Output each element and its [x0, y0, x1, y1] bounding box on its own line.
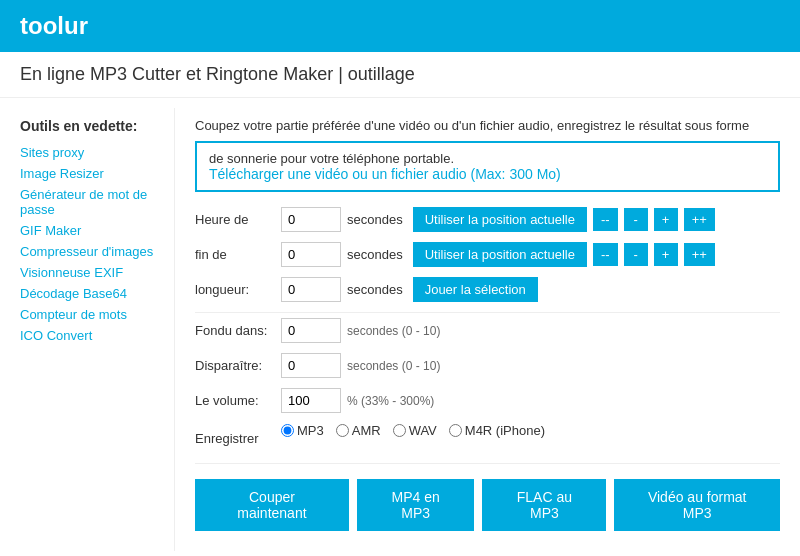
app-logo: toolur [20, 12, 88, 39]
disparaitre-input[interactable] [281, 353, 341, 378]
format-m4r-radio[interactable] [449, 424, 462, 437]
flac-au-mp3-button[interactable]: FLAC au MP3 [482, 479, 606, 531]
longueur-input[interactable] [281, 277, 341, 302]
minus-minus-button-2[interactable]: -- [593, 243, 618, 266]
plus-plus-button-2[interactable]: ++ [684, 243, 715, 266]
sidebar-item-generateur[interactable]: Générateur de mot de passe [20, 184, 154, 220]
volume-input[interactable] [281, 388, 341, 413]
sidebar: Outils en vedette: Sites proxy Image Res… [0, 108, 175, 551]
page-title: En ligne MP3 Cutter et Ringtone Maker | … [0, 52, 800, 98]
description-line1: Coupez votre partie préférée d'une vidéo… [195, 118, 780, 133]
fondu-dans-input[interactable] [281, 318, 341, 343]
heure-de-unit: secondes [347, 212, 403, 227]
fin-de-label: fin de [195, 247, 275, 262]
upload-area[interactable]: de sonnerie pour votre téléphone portabl… [195, 141, 780, 192]
description-line2: de sonnerie pour votre téléphone portabl… [209, 151, 454, 166]
jouer-selection-button[interactable]: Jouer la sélection [413, 277, 538, 302]
enregistrer-label: Enregistrer [195, 431, 275, 446]
format-m4r-text: M4R (iPhone) [465, 423, 545, 438]
video-au-format-mp3-button[interactable]: Vidéo au format MP3 [614, 479, 780, 531]
volume-range: % (33% - 300%) [347, 394, 434, 408]
fin-de-input[interactable] [281, 242, 341, 267]
format-wav-radio[interactable] [393, 424, 406, 437]
fin-de-row: fin de secondes Utiliser la position act… [195, 242, 780, 267]
longueur-row: longueur: secondes Jouer la sélection [195, 277, 780, 302]
sidebar-item-compresseur[interactable]: Compresseur d'images [20, 241, 154, 262]
minus-button-2[interactable]: - [624, 243, 648, 266]
longueur-unit: secondes [347, 282, 403, 297]
sidebar-item-ico-convert[interactable]: ICO Convert [20, 325, 154, 346]
sidebar-item-gif-maker[interactable]: GIF Maker [20, 220, 154, 241]
sidebar-item-sites-proxy[interactable]: Sites proxy [20, 142, 154, 163]
format-amr-text: AMR [352, 423, 381, 438]
format-wav-text: WAV [409, 423, 437, 438]
longueur-label: longueur: [195, 282, 275, 297]
disparaitre-row: Disparaître: secondes (0 - 10) [195, 353, 780, 378]
plus-button-2[interactable]: + [654, 243, 678, 266]
enregistrer-row: Enregistrer MP3 AMR WAV M4R (iPhone) [195, 423, 780, 453]
sidebar-heading: Outils en vedette: [20, 118, 154, 134]
format-radio-group: MP3 AMR WAV M4R (iPhone) [281, 423, 545, 438]
mp4-en-mp3-button[interactable]: MP4 en MP3 [357, 479, 474, 531]
format-amr-radio[interactable] [336, 424, 349, 437]
plus-plus-button-1[interactable]: ++ [684, 208, 715, 231]
heure-de-input[interactable] [281, 207, 341, 232]
heure-de-row: Heure de secondes Utiliser la position a… [195, 207, 780, 232]
volume-label: Le volume: [195, 393, 275, 408]
utiliser-position-button-1[interactable]: Utiliser la position actuelle [413, 207, 587, 232]
main-content: Outils en vedette: Sites proxy Image Res… [0, 98, 800, 556]
upload-link[interactable]: Télécharger une vidéo ou un fichier audi… [209, 166, 561, 182]
content-area: Coupez votre partie préférée d'une vidéo… [175, 108, 800, 551]
utiliser-position-button-2[interactable]: Utiliser la position actuelle [413, 242, 587, 267]
fondu-dans-row: Fondu dans: secondes (0 - 10) [195, 318, 780, 343]
disparaitre-range: secondes (0 - 10) [347, 359, 440, 373]
fin-de-unit: secondes [347, 247, 403, 262]
format-mp3-text: MP3 [297, 423, 324, 438]
sidebar-item-image-resizer[interactable]: Image Resizer [20, 163, 154, 184]
sidebar-item-decodage[interactable]: Décodage Base64 [20, 283, 154, 304]
plus-button-1[interactable]: + [654, 208, 678, 231]
heure-de-label: Heure de [195, 212, 275, 227]
minus-minus-button-1[interactable]: -- [593, 208, 618, 231]
sidebar-item-visionneuse[interactable]: Visionneuse EXIF [20, 262, 154, 283]
footer-buttons: Couper maintenant MP4 en MP3 FLAC au MP3… [195, 469, 780, 541]
format-mp3-label[interactable]: MP3 [281, 423, 324, 438]
sidebar-item-compteur[interactable]: Compteur de mots [20, 304, 154, 325]
disparaitre-label: Disparaître: [195, 358, 275, 373]
fondu-dans-label: Fondu dans: [195, 323, 275, 338]
minus-button-1[interactable]: - [624, 208, 648, 231]
fondu-dans-range: secondes (0 - 10) [347, 324, 440, 338]
format-amr-label[interactable]: AMR [336, 423, 381, 438]
format-wav-label[interactable]: WAV [393, 423, 437, 438]
app-header: toolur [0, 0, 800, 52]
format-mp3-radio[interactable] [281, 424, 294, 437]
format-m4r-label[interactable]: M4R (iPhone) [449, 423, 545, 438]
couper-maintenant-button[interactable]: Couper maintenant [195, 479, 349, 531]
volume-row: Le volume: % (33% - 300%) [195, 388, 780, 413]
